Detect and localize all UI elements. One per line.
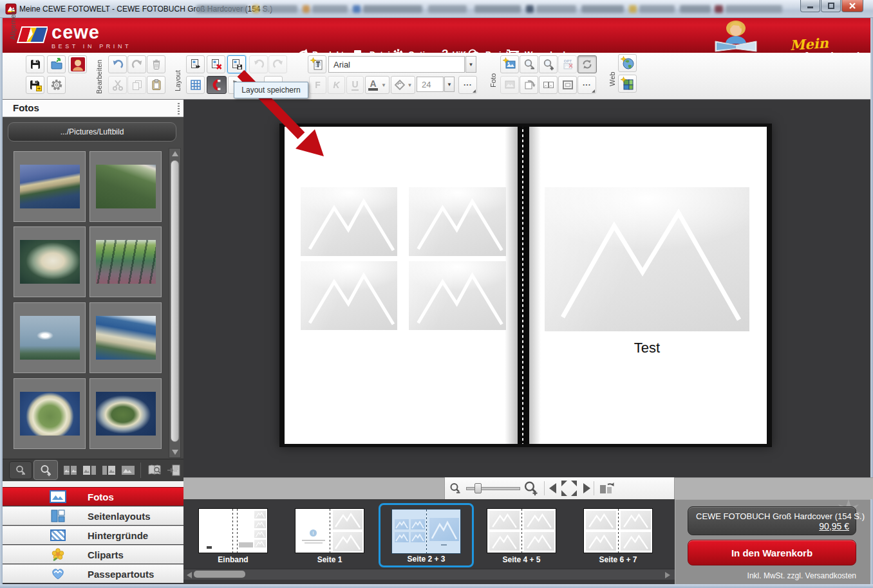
layout-save-button[interactable] — [227, 55, 246, 73]
photo-thumbnail-cell[interactable] — [89, 226, 162, 297]
sidebar-item-hintergruende[interactable]: Hintergründe — [3, 526, 183, 544]
magnet-snap-button[interactable] — [207, 76, 227, 94]
aerial-photo-thumbnail — [20, 316, 80, 360]
next-page-icon[interactable] — [583, 483, 590, 493]
layout-delete-button[interactable] — [207, 55, 225, 73]
photo-placeholder[interactable] — [301, 187, 397, 256]
redo-button[interactable] — [127, 55, 146, 73]
rotate-right-button[interactable] — [268, 55, 287, 73]
photo-more-button[interactable]: ... — [577, 76, 596, 94]
font-family-select[interactable]: Arial — [328, 56, 465, 73]
filmstrip-scrollbar-thumb[interactable] — [194, 571, 245, 578]
underline-button[interactable]: U — [346, 76, 364, 94]
close-button[interactable] — [841, 0, 863, 12]
page-thumb-seite-2-3[interactable] — [391, 509, 461, 554]
paste-button[interactable] — [147, 76, 165, 94]
change-view-icon[interactable] — [599, 481, 614, 495]
add-text-button[interactable] — [308, 55, 326, 73]
photo-zoom-in-button[interactable] — [539, 55, 558, 73]
font-size-dropdown-button[interactable]: ▼ — [444, 77, 455, 92]
photo-opt-button[interactable]: OPT — [558, 55, 577, 73]
font-family-dropdown-button[interactable]: ▼ — [465, 56, 476, 73]
page-thumb-einband[interactable] — [198, 508, 268, 553]
photo-thumbnail-cell[interactable] — [89, 151, 162, 222]
photo-zoom-out-button[interactable] — [520, 55, 538, 73]
add-to-cart-button[interactable]: In den Warenkorb — [688, 540, 856, 565]
scroll-left-icon[interactable] — [187, 572, 192, 578]
sidebar-item-cliparts[interactable]: Cliparts — [3, 545, 183, 564]
save-as-button[interactable] — [26, 76, 44, 94]
cover-title-bar — [239, 542, 253, 547]
minimize-button[interactable] — [800, 0, 820, 12]
view-mode-large-button[interactable] — [120, 463, 136, 478]
photo-placeholder[interactable] — [301, 261, 397, 330]
thumb-zoom-out-button[interactable] — [9, 461, 32, 479]
bold-button[interactable]: F — [309, 76, 326, 94]
grid-button[interactable] — [186, 76, 205, 94]
zoom-in-icon[interactable] — [523, 480, 540, 497]
blurred-favicon — [526, 5, 534, 13]
photo-placeholder[interactable] — [409, 187, 506, 256]
previous-page-icon[interactable] — [549, 483, 557, 493]
photo-placeholder[interactable] — [409, 261, 506, 330]
title-bar: Meine CEWE FOTOWELT - CEWE FOTOBUCH Groß… — [0, 0, 873, 18]
undo-button[interactable] — [108, 55, 127, 73]
photo-thumbnail-cell[interactable] — [89, 302, 162, 373]
delete-button[interactable] — [147, 55, 165, 73]
sidebar-item-fotos[interactable]: Fotos — [3, 487, 183, 506]
open-button[interactable] — [47, 55, 66, 73]
zoom-slider-handle[interactable] — [474, 483, 482, 493]
page-placeholder — [411, 519, 425, 529]
scroll-down-icon[interactable] — [172, 450, 178, 455]
web-globe-button[interactable] — [618, 54, 637, 72]
layout-apply-button[interactable] — [186, 55, 205, 73]
sidebar-grip-icon[interactable] — [178, 103, 180, 115]
scrollbar-thumb[interactable] — [171, 160, 179, 442]
account-button[interactable] — [68, 55, 87, 73]
page-thumb-seite-4-5[interactable] — [487, 508, 556, 553]
photo-rotate-button[interactable] — [520, 76, 538, 94]
page-thumb-seite-1[interactable]: i — [295, 508, 364, 553]
photo-thumbnail-cell[interactable] — [14, 378, 86, 449]
photo-thumbnail-cell[interactable] — [89, 378, 162, 449]
save-button[interactable] — [26, 55, 44, 73]
rotate-left-button[interactable] — [249, 55, 268, 73]
product-price[interactable]: 90,95 € — [819, 521, 849, 531]
view-mode-photo-left-button[interactable] — [81, 463, 98, 478]
sidebar-item-seitenlayouts[interactable]: Seitenlayouts — [3, 506, 183, 525]
page-text-element[interactable]: Test — [545, 340, 749, 356]
scroll-right-icon[interactable] — [665, 572, 670, 578]
photo-frame-button[interactable] — [558, 76, 577, 94]
photo-placeholder-large[interactable] — [545, 187, 749, 331]
sidebar-item-passepartouts[interactable]: Passepartouts — [3, 564, 183, 583]
thumb-zoom-in-button[interactable] — [33, 460, 58, 480]
photo-thumbnail-cell[interactable] — [14, 226, 86, 297]
scroll-up-icon[interactable] — [172, 151, 178, 156]
font-size-field[interactable]: 24 — [417, 77, 444, 92]
browse-book-photos-button[interactable] — [146, 461, 164, 479]
zoom-out-icon[interactable] — [449, 482, 462, 495]
maximize-button[interactable] — [821, 0, 841, 12]
text-rotate-button[interactable]: ▼ — [391, 76, 415, 94]
photo-spread-button[interactable] — [539, 76, 558, 94]
fit-view-icon[interactable] — [561, 481, 577, 496]
web-map-button[interactable] — [618, 75, 637, 93]
page-thumb-seite-6-7[interactable] — [583, 508, 653, 553]
photo-effects-button[interactable] — [500, 76, 519, 94]
photo-thumbnail-cell[interactable] — [14, 151, 86, 222]
font-color-button[interactable]: A ▼ — [365, 76, 390, 94]
photo-auto-enhance-button[interactable] — [577, 55, 597, 73]
text-more-button[interactable]: ... — [458, 76, 477, 94]
settings-button[interactable] — [47, 76, 66, 94]
used-photos-button[interactable] — [165, 461, 183, 479]
copy-button[interactable] — [127, 76, 146, 94]
view-mode-photo-right-button[interactable] — [100, 463, 117, 478]
view-mode-small-thumbs-button[interactable] — [62, 463, 79, 478]
photo-panel-scrollbar[interactable] — [169, 148, 181, 458]
italic-button[interactable]: K — [328, 76, 345, 94]
add-photo-button[interactable] — [500, 55, 519, 73]
cut-button[interactable] — [108, 76, 127, 94]
filmstrip-scrollbar[interactable] — [183, 569, 675, 580]
photo-folder-path-button[interactable]: .../Pictures/Luftbild — [8, 122, 176, 142]
photo-thumbnail-cell[interactable] — [14, 302, 86, 373]
